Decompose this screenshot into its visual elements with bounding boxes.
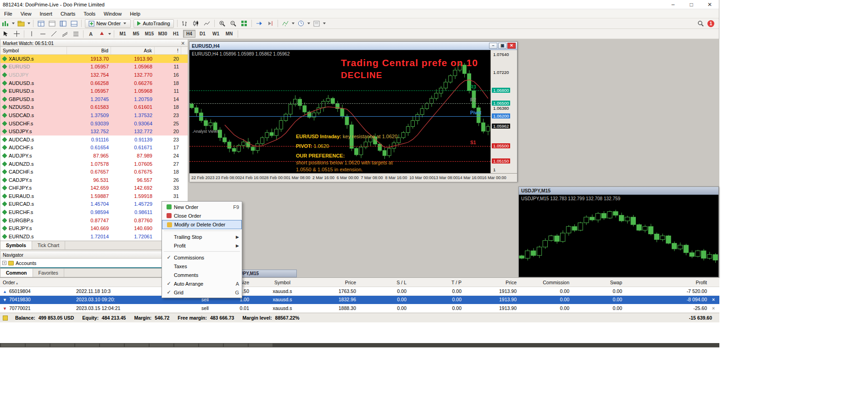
terminal-column-price2[interactable]: Price <box>464 280 519 285</box>
zoom-out-icon[interactable] <box>228 19 238 28</box>
context-menu-item-close-order[interactable]: Close Order <box>162 211 242 220</box>
periods-icon[interactable] <box>296 19 306 28</box>
fibonacci-tool-icon[interactable] <box>71 30 81 38</box>
channel-tool-icon[interactable] <box>60 30 70 38</box>
tab-symbols[interactable]: Symbols <box>0 241 32 249</box>
timeframe-m1-button[interactable]: M1 <box>117 30 129 38</box>
menu-file[interactable]: File <box>0 9 17 18</box>
terminal-column-profit[interactable]: Profit <box>625 280 710 285</box>
candlestick-mode-icon[interactable] <box>191 19 201 28</box>
auto-scroll-icon[interactable] <box>254 19 264 28</box>
crosshair-tool-icon[interactable] <box>11 30 22 38</box>
chart-close-button[interactable]: ✕ <box>507 43 516 49</box>
market-watch-row[interactable]: USDCAD.s1.375091.3753223 <box>0 111 188 119</box>
market-watch-row[interactable]: EURCHF.s0.985940.98611 <box>0 208 188 216</box>
minimize-button[interactable]: – <box>664 0 682 9</box>
timeframe-w1-button[interactable]: W1 <box>210 30 222 38</box>
arrows-tool-icon[interactable] <box>97 30 107 38</box>
market-watch-column-![interactable]: ! <box>155 47 181 54</box>
periods-dropdown-icon[interactable] <box>307 23 310 24</box>
context-menu-item-modify-or-delete-order[interactable]: Modify or Delete Order <box>162 220 242 229</box>
market-watch-row[interactable]: AUDCHF.s0.616540.6167117 <box>0 144 188 152</box>
market-watch-row[interactable]: NZDUSD.s0.615830.6160118 <box>0 103 188 112</box>
context-menu-item-taxes[interactable]: Taxes <box>162 262 242 270</box>
timeframe-h4-button[interactable]: H4 <box>183 30 195 38</box>
menu-charts[interactable]: Charts <box>56 9 79 18</box>
search-icon[interactable] <box>697 20 704 27</box>
data-window-icon[interactable] <box>47 19 57 28</box>
terminal-column-order[interactable]: Order ▴ <box>0 280 73 285</box>
market-watch-column-Ask[interactable]: Ask <box>111 47 155 54</box>
menu-tools[interactable]: Tools <box>79 9 100 18</box>
terminal-column-sl[interactable]: S / L <box>359 280 409 285</box>
market-watch-row[interactable]: CADJPY.s96.53196.55726 <box>0 176 188 184</box>
context-menu-item-auto-arrange[interactable]: ✓Auto ArrangeA <box>162 279 242 288</box>
market-watch-row[interactable]: XAUUSD.s1913.701913.9020 <box>0 55 188 63</box>
tab-tick-chart[interactable]: Tick Chart <box>32 241 65 249</box>
market-watch-row[interactable]: CADCHF.s0.676570.6767518 <box>0 168 188 176</box>
tab-favorites[interactable]: Favorites <box>33 269 64 277</box>
market-watch-row[interactable]: EURAUD.s1.598871.5991831 <box>0 192 188 200</box>
market-watch-row[interactable]: AUDCAD.s0.911160.9113923 <box>0 135 188 144</box>
chart-minimize-button[interactable]: – <box>489 43 497 49</box>
eurusd-chart-area[interactable]: EURUSD,H4 1.05896 1.05989 1.05862 1.0596… <box>189 50 517 173</box>
menu-insert[interactable]: Insert <box>35 9 56 18</box>
shapes-dropdown-icon[interactable] <box>108 33 111 35</box>
market-watch-row[interactable]: AUDUSD.s0.662580.6627618 <box>0 79 188 87</box>
profiles-icon[interactable] <box>16 19 26 28</box>
menu-help[interactable]: Help <box>126 9 145 18</box>
terminal-column-tp[interactable]: T / P <box>409 280 464 285</box>
market-watch-row[interactable]: USDJPY.s132.752132.77220 <box>0 127 188 135</box>
cursor-tool-icon[interactable] <box>0 30 11 38</box>
horizontal-line-tool-icon[interactable] <box>38 30 48 38</box>
timeframe-m5-button[interactable]: M5 <box>130 30 142 38</box>
market-watch-toggle-icon[interactable] <box>36 19 46 28</box>
context-menu-item-comments[interactable]: Comments <box>162 270 242 279</box>
market-watch-row[interactable]: EURCAD.s1.457041.45729 <box>0 200 188 208</box>
context-menu-item-trailing-stop[interactable]: Trailing Stop▶ <box>162 232 242 241</box>
market-watch-column-Symbol[interactable]: Symbol <box>0 47 67 54</box>
terminal-tab-strip[interactable] <box>0 343 719 347</box>
context-menu-item-grid[interactable]: ✓GridG <box>162 288 242 297</box>
close-button[interactable]: ✕ <box>701 0 719 9</box>
terminal-column-symbol[interactable]: Symbol <box>252 280 313 285</box>
timeframe-h1-button[interactable]: H1 <box>170 30 182 38</box>
tile-windows-icon[interactable] <box>239 19 249 28</box>
new-chart-icon[interactable] <box>0 19 11 28</box>
terminal-column-commission[interactable]: Commission <box>519 280 572 285</box>
vertical-line-tool-icon[interactable] <box>27 30 37 38</box>
market-watch-column-Bid[interactable]: Bid <box>67 47 111 54</box>
market-watch-row[interactable]: EURGBP.s0.877470.87760 <box>0 216 188 225</box>
market-watch-row[interactable]: EURUSD1.059571.0596811 <box>0 63 188 71</box>
templates-dropdown-icon[interactable] <box>323 23 326 24</box>
chart-restore-button[interactable]: ▣ <box>498 43 506 49</box>
chart-window-eurusd-titlebar[interactable]: EURUSD,H4 – ▣ ✕ <box>189 42 517 50</box>
market-watch-row[interactable]: AUDJPY.s87.96587.98924 <box>0 152 188 160</box>
close-position-icon[interactable]: × <box>710 305 717 311</box>
order-row[interactable]: ▼707700212023.03.15 12:04:21sell0.01xauu… <box>0 304 719 313</box>
tree-item-accounts[interactable]: Accounts <box>16 260 36 266</box>
context-menu-item-profit[interactable]: Profit▶ <box>162 241 242 250</box>
indicators-dropdown-icon[interactable] <box>292 23 295 24</box>
timeframe-d1-button[interactable]: D1 <box>196 30 209 38</box>
terminal-toggle-icon[interactable] <box>69 19 79 28</box>
market-watch-row[interactable]: EURJPY.s140.669140.690 <box>0 224 188 232</box>
terminal-column-price[interactable]: Price <box>313 280 359 285</box>
eurusd-price-scale[interactable]: 1.076401.072201.068001.065001.063801.062… <box>490 50 517 173</box>
timeframe-m30-button[interactable]: M30 <box>156 30 169 38</box>
market-watch-row[interactable]: USDJPY132.754132.77016 <box>0 71 188 79</box>
tab-common[interactable]: Common <box>0 269 33 277</box>
bar-chart-mode-icon[interactable] <box>180 19 190 28</box>
line-chart-mode-icon[interactable] <box>202 19 212 28</box>
chart-window-usdjpy-titlebar[interactable]: USDJPY,M15 <box>519 187 718 195</box>
usdjpy-chart-area[interactable]: USDJPY,M15 132.783 132.799 132.708 132.7… <box>519 195 718 277</box>
context-menu-item-commissions[interactable]: ✓Commissions <box>162 253 242 262</box>
market-watch-row[interactable]: AUDNZD.s1.075781.0760527 <box>0 160 188 168</box>
market-watch-row[interactable]: CHFJPY.s142.659142.69233 <box>0 184 188 192</box>
timeframe-m15-button[interactable]: M15 <box>143 30 156 38</box>
eurusd-time-axis[interactable]: 22 Feb 202323 Feb 08:0024 Feb 16:0028 Fe… <box>189 173 517 182</box>
templates-icon[interactable] <box>312 19 322 28</box>
order-row[interactable]: ▼704198302023.03.10 09:20:sell1.00xauusd… <box>0 296 719 304</box>
terminal-column-swap[interactable]: Swap <box>572 280 625 285</box>
notification-badge[interactable]: 1 <box>707 20 714 27</box>
